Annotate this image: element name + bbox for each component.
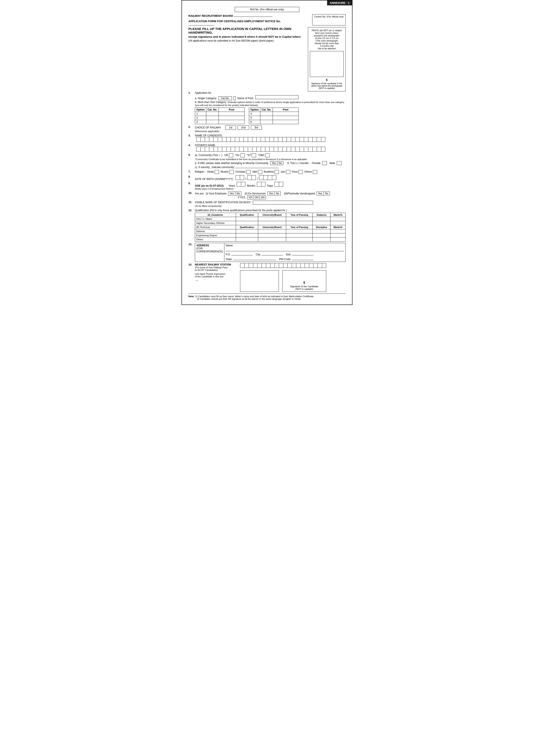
section-9: 9. AGE (as on 01-07-2012) Years Months D…	[189, 182, 345, 190]
others-religion-checkbox[interactable]	[313, 170, 317, 174]
section-1: 1. Application for a. Single Category: C…	[189, 92, 345, 124]
section-4: 4. FATHER'S NAME	[189, 144, 345, 152]
table-row: 2	[195, 116, 244, 120]
christian-checkbox[interactable]	[246, 170, 251, 174]
male-checkbox[interactable]	[337, 161, 342, 165]
hindu-checkbox[interactable]	[215, 170, 219, 174]
dob-year-boxes[interactable]	[259, 175, 276, 180]
ph-yes-no[interactable]: Yes No	[317, 192, 330, 196]
female-checkbox[interactable]	[322, 161, 327, 165]
notes-section: Note: 1) Candidates must fill up their n…	[189, 293, 345, 300]
table-row: Others	[195, 237, 345, 242]
dollar-sign-photo: $	[310, 78, 343, 81]
obc-checkbox[interactable]	[265, 153, 269, 157]
table-row: Engineering Degree	[195, 233, 345, 237]
section-2: 2. CHOICE OF RAILWAY 1st 2nd 3rd (Wheree…	[189, 125, 345, 133]
header-section: RAILWAY RECRUITMENT BOARD APPLICATION FO…	[189, 14, 345, 92]
section-7: 7. Religion : Hindu Muslim Christian Sik…	[189, 170, 345, 174]
cat-no-label: Cat No.	[218, 96, 232, 100]
table-row: 5	[249, 116, 299, 120]
options-table-left: Option Cat. No. Post 1 2 3	[195, 108, 244, 124]
section-5: 5. a). Community (Tick ✓ ) UR *SC *ST *O…	[189, 153, 345, 169]
table-row: Diploma	[195, 229, 345, 233]
jain-checkbox[interactable]	[286, 170, 290, 174]
dob-month-boxes[interactable]	[247, 175, 256, 180]
annexure-badge: ANNEXURE - 1	[327, 0, 352, 5]
rrb-title: RAILWAY RECRUITMENT BOARD	[189, 14, 306, 17]
po-input[interactable]	[231, 255, 253, 256]
sc-checkbox[interactable]	[241, 153, 245, 157]
table-row: 1	[195, 112, 244, 116]
note-paper: (All applications must be submitted in A…	[189, 39, 306, 42]
section-11: 11. VISIBLE MARK OF IDENTIFICATION ON BO…	[189, 201, 345, 207]
right-panel: Control No: (For official use) PASTE (do…	[308, 14, 345, 92]
table-row: SSC/ X / Matric	[195, 217, 345, 221]
city-input[interactable]	[262, 255, 283, 256]
minority-community-input[interactable]	[235, 168, 278, 168]
options-table-right: Option Cat. No. Post 4 5 6	[249, 108, 299, 124]
dist-input[interactable]	[292, 255, 314, 256]
choice-3rd[interactable]: 3rd	[251, 125, 262, 130]
application-form: ANNEXURE - 1 Roll No. (For official use …	[182, 0, 352, 305]
age-years-boxes[interactable]	[237, 182, 245, 187]
age-days-boxes[interactable]	[274, 182, 283, 187]
parsi-checkbox[interactable]	[298, 170, 303, 174]
table-row: 4	[249, 112, 299, 116]
minority-yes-no[interactable]: Yes No	[270, 161, 284, 165]
section-3: 3. NAME OF CANDIDATE	[189, 134, 345, 143]
visible-mark-input[interactable]	[253, 201, 313, 204]
app-notice-title: APPLICATION FORM FOR CENTRALISED EMPLOYM…	[189, 20, 306, 26]
candidate-signature-box: $ Signature of the Candidate (NOT in cap…	[282, 270, 326, 292]
thumb-impression-box	[240, 270, 279, 292]
vho-options[interactable]: VH OH HH	[247, 196, 266, 199]
name-candidate-boxes[interactable]	[196, 137, 325, 142]
photo-area	[310, 51, 343, 77]
section-12: 12. Qualification (Fill in only those qu…	[189, 209, 345, 242]
photo-paste-box: PASTE (do NOT pin or staple) here your r…	[308, 27, 345, 92]
choice-2nd[interactable]: 2nd	[238, 125, 249, 130]
buddhist-checkbox[interactable]	[274, 170, 279, 174]
pin-input[interactable]	[292, 260, 313, 260]
header-left: RAILWAY RECRUITMENT BOARD APPLICATION FO…	[189, 14, 306, 44]
qualification-table: (A ) Academic Qualification University/B…	[195, 213, 345, 242]
table-row: Higher Secondary /XII/Inter	[195, 221, 345, 225]
ex-serviceman-yes-no[interactable]: Yes No	[267, 192, 281, 196]
section-14: 14. NEAREST RAILWAY STATION (For issue o…	[189, 263, 345, 292]
address-name-input[interactable]	[226, 247, 344, 251]
choice-1st[interactable]: 1st	[225, 125, 236, 130]
section-8: 8. DATE OF BIRTH (DD/MM/YYYY) / /	[189, 175, 345, 180]
address-table: ADDRESS (FOR CORRESPONDENCE) Name: P.O:	[195, 243, 345, 262]
table-row: (B) Technical Qualification University/B…	[195, 225, 345, 229]
st-checkbox[interactable]	[252, 153, 256, 157]
table-row: 3	[195, 120, 244, 124]
father-name-boxes[interactable]	[196, 147, 325, 151]
table-row: 6	[249, 120, 299, 124]
sig-caption: Signature of the candidate in the above …	[310, 82, 343, 90]
cap-instruction: PLEASE FILL UP THE APPLICATION IN CAPITA…	[189, 27, 306, 34]
ur-checkbox[interactable]	[229, 153, 233, 157]
section-10: 10. Are you (i) Govt Employee Yes No (ii…	[189, 192, 345, 199]
dollar-sign-14: $	[303, 281, 305, 284]
dob-boxes[interactable]	[236, 175, 244, 180]
govt-yes-no[interactable]: Yes No	[228, 192, 242, 196]
railway-station-boxes[interactable]	[240, 263, 326, 268]
section-13: 13. ADDRESS (FOR CORRESPONDENCE) Name:	[189, 243, 345, 262]
age-months-boxes[interactable]	[257, 182, 266, 187]
roll-no-box: Roll No. (For official use only)	[235, 7, 299, 12]
control-no-box: Control No: (For official use)	[312, 14, 345, 25]
state-input[interactable]	[233, 260, 276, 260]
sikh-checkbox[interactable]	[258, 170, 262, 174]
sub-instruction: except signatures and in places indicate…	[189, 35, 306, 39]
muslim-checkbox[interactable]	[230, 170, 234, 174]
